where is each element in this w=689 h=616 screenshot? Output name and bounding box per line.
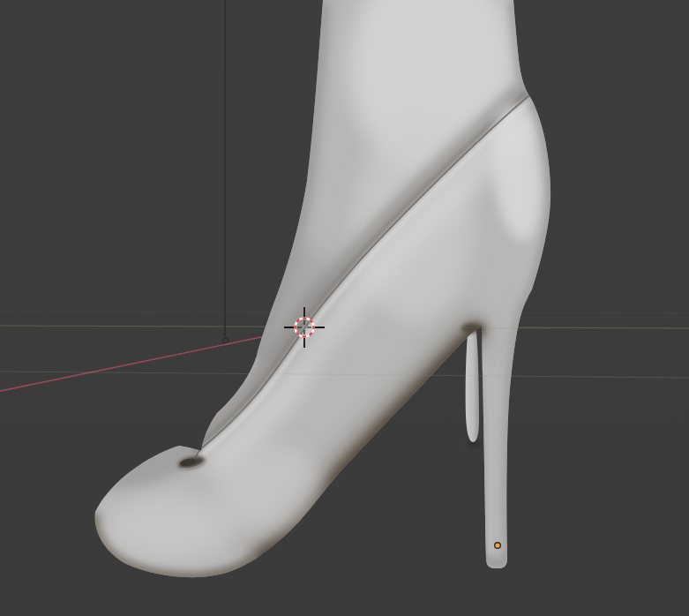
y-axis-overlay-segment <box>464 328 551 329</box>
heel-pin-shape <box>466 324 479 442</box>
heel-pin-seam <box>481 334 482 438</box>
object-origin-dot[interactable] <box>495 543 501 549</box>
blender-3d-viewport[interactable] <box>0 0 689 616</box>
